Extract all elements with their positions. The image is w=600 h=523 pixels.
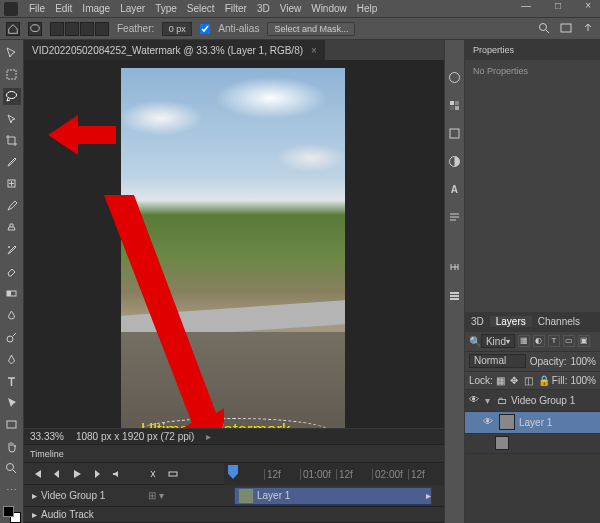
share-icon[interactable] bbox=[582, 22, 594, 36]
hand-tool[interactable] bbox=[3, 438, 21, 455]
crop-tool[interactable] bbox=[3, 132, 21, 149]
menu-help[interactable]: Help bbox=[352, 3, 383, 14]
close-tab-icon[interactable]: × bbox=[311, 45, 317, 56]
move-tool[interactable] bbox=[3, 44, 21, 61]
filter-kind-dropdown[interactable]: Kind ▾ bbox=[481, 334, 515, 348]
clone-stamp-tool[interactable] bbox=[3, 219, 21, 236]
menu-filter[interactable]: Filter bbox=[220, 3, 252, 14]
layer-item-smart[interactable] bbox=[465, 434, 600, 454]
menu-file[interactable]: File bbox=[24, 3, 50, 14]
edit-toolbar[interactable]: ⋯ bbox=[3, 482, 21, 499]
healing-brush-tool[interactable] bbox=[3, 175, 21, 192]
lasso-tool[interactable] bbox=[3, 88, 21, 105]
selection-new-icon[interactable] bbox=[50, 22, 64, 36]
adjustments-panel-icon[interactable] bbox=[445, 152, 463, 170]
menu-edit[interactable]: Edit bbox=[50, 3, 77, 14]
go-to-first-frame-button[interactable] bbox=[30, 467, 44, 481]
blur-tool[interactable] bbox=[3, 307, 21, 324]
timeline-ruler[interactable]: 12f 01:00f 12f 02:00f 12f bbox=[224, 463, 444, 485]
timeline-clip[interactable]: Layer 1 ▸ bbox=[234, 487, 432, 505]
document-tab[interactable]: VID20220502084252_Watermark @ 33.3% (Lay… bbox=[24, 40, 325, 60]
tab-layers[interactable]: Layers bbox=[490, 316, 532, 327]
layer-group[interactable]: 👁 ▾ 🗀 Video Group 1 bbox=[465, 390, 600, 412]
path-selection-tool[interactable] bbox=[3, 395, 21, 412]
marquee-tool[interactable] bbox=[3, 66, 21, 83]
swatches-panel-icon[interactable] bbox=[445, 96, 463, 114]
search-layers-icon[interactable]: 🔍 bbox=[469, 336, 478, 347]
menu-layer[interactable]: Layer bbox=[115, 3, 150, 14]
svg-point-13 bbox=[7, 464, 14, 471]
menu-image[interactable]: Image bbox=[77, 3, 115, 14]
timeline-tab[interactable]: Timeline bbox=[24, 445, 444, 463]
blend-mode-dropdown[interactable]: Normal bbox=[469, 354, 526, 368]
maximize-button[interactable]: □ bbox=[550, 0, 566, 11]
paragraph-panel-icon[interactable] bbox=[445, 208, 463, 226]
feather-input[interactable] bbox=[162, 22, 192, 36]
timeline-track-video[interactable]: ▸ Video Group 1 ⊞ ▾ bbox=[24, 485, 224, 507]
filter-pixel-icon[interactable]: ▦ bbox=[518, 335, 530, 347]
visibility-icon[interactable]: 👁 bbox=[469, 394, 481, 406]
tab-channels[interactable]: Channels bbox=[532, 316, 586, 327]
menu-select[interactable]: Select bbox=[182, 3, 220, 14]
menu-view[interactable]: View bbox=[275, 3, 307, 14]
minimize-button[interactable]: — bbox=[516, 0, 536, 11]
filter-smart-icon[interactable]: ▣ bbox=[578, 335, 590, 347]
history-brush-tool[interactable] bbox=[3, 241, 21, 258]
menu-type[interactable]: Type bbox=[150, 3, 182, 14]
dodge-tool[interactable] bbox=[3, 329, 21, 346]
transition-button[interactable] bbox=[166, 467, 180, 481]
home-icon[interactable] bbox=[6, 22, 20, 36]
pen-tool[interactable] bbox=[3, 351, 21, 368]
lock-pixels-icon[interactable]: ▦ bbox=[496, 375, 507, 386]
brush-settings-icon[interactable] bbox=[445, 258, 463, 276]
lasso-tool-icon[interactable] bbox=[28, 22, 42, 36]
prev-frame-button[interactable] bbox=[50, 467, 64, 481]
play-button[interactable] bbox=[70, 467, 84, 481]
libraries-panel-icon[interactable] bbox=[445, 124, 463, 142]
canvas[interactable]: Ultimate Watermark bbox=[24, 60, 444, 428]
lock-artboard-icon[interactable]: ◫ bbox=[524, 375, 535, 386]
playhead-icon[interactable] bbox=[228, 465, 238, 479]
eraser-tool[interactable] bbox=[3, 263, 21, 280]
eyedropper-tool[interactable] bbox=[3, 154, 21, 171]
fill-value[interactable]: 100% bbox=[570, 375, 596, 386]
properties-panel-header[interactable]: Properties bbox=[465, 40, 600, 60]
split-button[interactable] bbox=[146, 467, 160, 481]
next-frame-button[interactable] bbox=[90, 467, 104, 481]
brush-tool[interactable] bbox=[3, 197, 21, 214]
antialias-checkbox[interactable] bbox=[200, 24, 210, 34]
filter-type-icon[interactable]: T bbox=[548, 335, 560, 347]
lock-position-icon[interactable]: ✥ bbox=[510, 375, 521, 386]
mute-button[interactable] bbox=[110, 467, 124, 481]
document-tabs: VID20220502084252_Watermark @ 33.3% (Lay… bbox=[24, 40, 444, 60]
filter-shape-icon[interactable]: ▭ bbox=[563, 335, 575, 347]
quick-selection-tool[interactable] bbox=[3, 110, 21, 127]
close-button[interactable]: × bbox=[580, 0, 596, 11]
zoom-level[interactable]: 33.33% bbox=[30, 431, 64, 442]
visibility-icon[interactable]: 👁 bbox=[483, 416, 495, 428]
expand-track-icon[interactable]: ▸ bbox=[32, 490, 37, 501]
layer-item[interactable]: 👁 Layer 1 bbox=[465, 412, 600, 434]
rectangle-tool[interactable] bbox=[3, 416, 21, 433]
search-icon[interactable] bbox=[538, 22, 550, 36]
selection-intersect-icon[interactable] bbox=[95, 22, 109, 36]
workspace-icon[interactable] bbox=[560, 22, 572, 36]
selection-add-icon[interactable] bbox=[65, 22, 79, 36]
type-tool[interactable] bbox=[3, 373, 21, 390]
lock-all-icon[interactable]: 🔒 bbox=[538, 375, 549, 386]
tab-3d[interactable]: 3D bbox=[465, 316, 490, 327]
color-panel-icon[interactable] bbox=[445, 68, 463, 86]
selection-subtract-icon[interactable] bbox=[80, 22, 94, 36]
character-panel-icon[interactable]: A bbox=[445, 180, 463, 198]
menu-3d[interactable]: 3D bbox=[252, 3, 275, 14]
select-and-mask-button[interactable]: Select and Mask... bbox=[267, 22, 355, 36]
history-panel-icon[interactable] bbox=[445, 286, 463, 304]
color-swatches[interactable] bbox=[3, 506, 21, 523]
menu-window[interactable]: Window bbox=[306, 3, 352, 14]
zoom-tool[interactable] bbox=[3, 460, 21, 477]
expand-group-icon[interactable]: ▾ bbox=[485, 395, 493, 406]
timeline-track-audio[interactable]: ▸ Audio Track bbox=[24, 507, 224, 523]
gradient-tool[interactable] bbox=[3, 285, 21, 302]
filter-adjustment-icon[interactable]: ◐ bbox=[533, 335, 545, 347]
opacity-value[interactable]: 100% bbox=[570, 356, 596, 367]
